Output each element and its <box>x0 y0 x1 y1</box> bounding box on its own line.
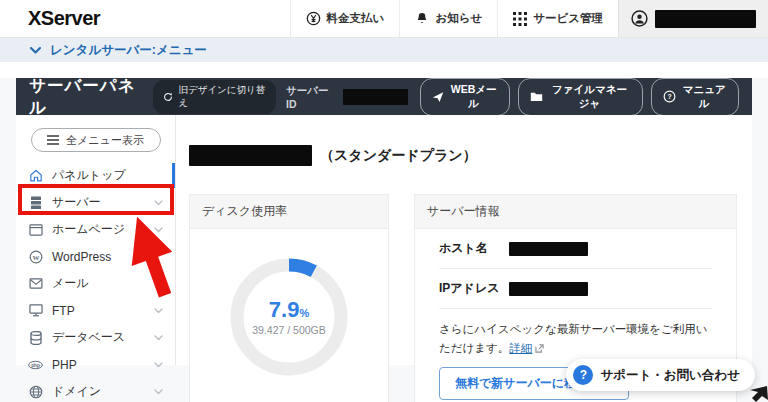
panel-button-label: WEBメール <box>449 83 497 111</box>
sidebar-item-homepage[interactable]: ホームページ <box>16 216 175 243</box>
sidebar-item-domain[interactable]: ドメイン <box>16 378 175 402</box>
ip-address-label: IPアドレス <box>439 280 509 297</box>
sidebar-item-label: パネルトップ <box>52 167 126 184</box>
detail-link[interactable]: 詳細 <box>509 342 532 354</box>
globe-icon <box>28 385 43 399</box>
refresh-icon <box>163 92 173 102</box>
breadcrumb[interactable]: レンタルサーバー:メニュー <box>0 38 768 62</box>
ip-address-row: IPアドレス <box>439 269 712 309</box>
sidebar-item-label: ドメイン <box>52 383 101 400</box>
sidebar-item-label: FTP <box>52 304 75 318</box>
yen-circle-icon <box>306 11 321 26</box>
wordpress-icon: W <box>28 250 43 264</box>
host-name-label: ホスト名 <box>439 240 509 257</box>
database-icon <box>28 331 43 345</box>
top-nav-news[interactable]: お知らせ <box>399 0 497 37</box>
external-link-icon <box>535 344 544 353</box>
grid-icon <box>513 12 527 26</box>
folder-icon <box>530 91 543 102</box>
main-content: （スタンダードプラン） ディスク使用率 7.9% 39.427 / 500GB <box>176 115 752 365</box>
send-icon <box>432 91 444 103</box>
sidebar-item-label: サーバー <box>52 194 101 211</box>
browser-icon <box>28 224 43 236</box>
sidebar: 全メニュー表示 パネルトップサーバーホームページWWordPressメールFTP… <box>16 115 176 365</box>
svg-text:W: W <box>32 253 39 261</box>
svg-text:php: php <box>31 362 40 367</box>
xserver-logo: XServer <box>0 0 290 37</box>
account-menu[interactable] <box>618 0 768 37</box>
monitor-icon <box>28 304 43 317</box>
redacted-domain-name <box>189 145 312 166</box>
panel-button-label: ファイルマネージャ <box>548 83 632 111</box>
question-circle-icon: ? <box>663 90 676 103</box>
sidebar-item-ftp[interactable]: FTP <box>16 297 175 324</box>
sidebar-item-label: メール <box>52 275 89 292</box>
sidebar-item-php[interactable]: phpPHP <box>16 351 175 378</box>
breadcrumb-label: レンタルサーバー:メニュー <box>50 42 207 59</box>
bell-icon <box>415 11 429 26</box>
disk-usage-detail: 39.427 / 500GB <box>252 324 326 336</box>
disk-usage-donut-chart: 7.9% 39.427 / 500GB <box>229 257 349 377</box>
panel-button-label: マニュアル <box>681 83 727 111</box>
sidebar-item-panel-top[interactable]: パネルトップ <box>16 162 175 189</box>
home-icon <box>28 169 43 182</box>
chevron-down-icon <box>154 362 163 368</box>
redacted-ip-address <box>509 282 588 296</box>
panel-title: サーバーパネル <box>29 75 143 119</box>
top-nav-label: お知らせ <box>435 11 482 26</box>
top-nav: 料金支払いお知らせサービス管理 <box>290 0 618 37</box>
redacted-server-id <box>343 89 409 105</box>
user-circle-icon <box>631 10 648 27</box>
chevron-down-icon <box>154 308 163 314</box>
all-menu-label: 全メニュー表示 <box>66 133 144 148</box>
top-header: XServer 料金支払いお知らせサービス管理 <box>0 0 768 38</box>
chevron-down-icon <box>154 335 163 341</box>
support-contact-button[interactable]: ? サポート・お問い合わせ <box>566 359 755 391</box>
switch-old-design-button[interactable]: 旧デザインに切り替え <box>153 80 276 114</box>
host-name-row: ホスト名 <box>439 229 712 269</box>
switch-old-design-label: 旧デザインに切り替え <box>178 84 266 110</box>
webmail-button[interactable]: WEBメール <box>420 78 509 116</box>
chevron-down-icon <box>154 227 163 233</box>
question-icon: ? <box>573 365 593 385</box>
sidebar-item-label: データベース <box>52 329 125 346</box>
sidebar-item-mail[interactable]: メール <box>16 270 175 297</box>
top-nav-payment[interactable]: 料金支払い <box>290 0 400 37</box>
manual-button[interactable]: ?マニュアル <box>651 78 739 116</box>
svg-text:?: ? <box>668 93 672 100</box>
disk-usage-card-title: ディスク使用率 <box>190 195 388 229</box>
sidebar-item-database[interactable]: データベース <box>16 324 175 351</box>
redacted-account-name <box>655 10 756 28</box>
upgrade-description: さらにハイスペックな最新サーバー環境をご利用いただけます。詳細 <box>439 320 712 358</box>
sidebar-item-label: WordPress <box>52 250 111 264</box>
server-panel: サーバーパネル 旧デザインに切り替え サーバーID WEBメールファイルマネージ… <box>16 78 752 365</box>
panel-header: サーバーパネル 旧デザインに切り替え サーバーID WEBメールファイルマネージ… <box>16 78 752 115</box>
redacted-host-name <box>509 242 588 256</box>
chevron-down-icon <box>30 47 41 54</box>
file-manager-button[interactable]: ファイルマネージャ <box>518 78 644 116</box>
plan-name: （スタンダードプラン） <box>320 147 477 165</box>
mail-icon <box>28 278 43 289</box>
top-nav-label: 料金支払い <box>327 11 385 26</box>
disk-usage-percent: 7.9% <box>269 299 309 321</box>
chevron-down-icon <box>154 200 163 206</box>
sidebar-item-label: PHP <box>52 358 77 372</box>
hamburger-icon <box>47 135 59 145</box>
chevron-down-icon <box>154 389 163 395</box>
mouse-cursor <box>748 386 768 402</box>
all-menu-button[interactable]: 全メニュー表示 <box>31 128 161 152</box>
top-nav-label: サービス管理 <box>533 11 603 26</box>
sidebar-item-label: ホームページ <box>52 221 125 238</box>
top-nav-service-management[interactable]: サービス管理 <box>497 0 618 37</box>
support-contact-label: サポート・お問い合わせ <box>600 367 740 384</box>
disk-usage-card: ディスク使用率 7.9% 39.427 / 500GB <box>189 194 389 402</box>
sidebar-item-server[interactable]: サーバー <box>16 189 175 216</box>
sidebar-item-wordpress[interactable]: WWordPress <box>16 243 175 270</box>
server-id-label: サーバーID <box>286 84 335 110</box>
php-icon: php <box>28 360 43 370</box>
server-info-card-title: サーバー情報 <box>415 195 736 229</box>
server-icon <box>28 196 43 210</box>
